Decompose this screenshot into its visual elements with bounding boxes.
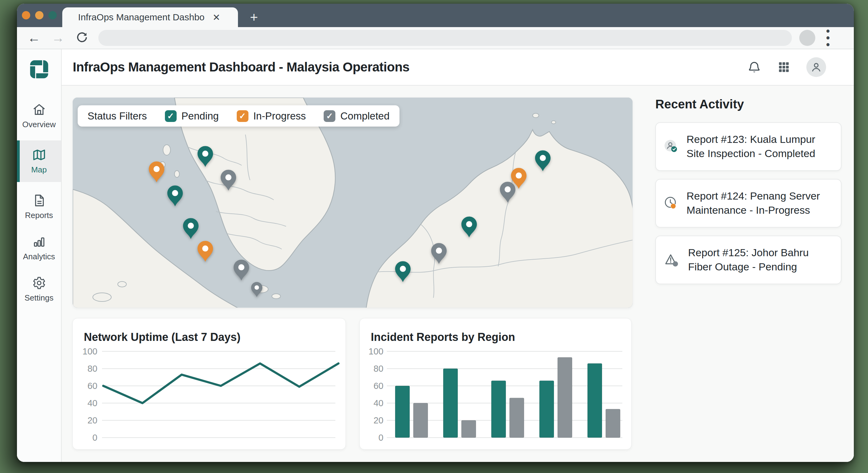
svg-text:60: 60 (88, 381, 97, 391)
browser-tabstrip: InfraOps Management Dashbo ✕ + (17, 4, 854, 27)
activity-text: Report #125: Johor Bahru Fiber Outage - … (688, 246, 833, 274)
gear-icon (32, 276, 46, 290)
tab-close-icon[interactable]: ✕ (211, 12, 222, 23)
recent-activity-list: Report #123: Kuala Lumpur Site Inspectio… (655, 122, 841, 284)
address-bar[interactable] (98, 30, 792, 46)
apps-grid-icon[interactable] (777, 61, 790, 74)
bell-icon[interactable] (747, 60, 761, 74)
new-tab-button[interactable]: + (250, 8, 258, 27)
activity-card[interactable]: Report #124: Penang Server Maintenance -… (655, 179, 841, 228)
map-pin-pending[interactable] (394, 261, 412, 284)
activity-card[interactable]: Report #123: Kuala Lumpur Site Inspectio… (655, 122, 841, 171)
checkbox-completed[interactable]: ✓ (324, 110, 335, 122)
sidebar-item-settings[interactable]: Settings (17, 273, 61, 306)
map-pin-completed[interactable] (219, 169, 237, 193)
sidebar-item-overview[interactable]: Overview (17, 99, 61, 132)
svg-text:60: 60 (374, 381, 383, 391)
bar-chart: 020406080100 (360, 318, 632, 450)
recent-activity-panel: Recent Activity Report #123: Kuala Lumpu… (655, 97, 841, 284)
page-header: InfraOps Management Dashboard - Malaysia… (62, 49, 854, 86)
sidebar-nav: OverviewMapReportsAnalyticsSettings (17, 99, 61, 314)
status-filter-bar: Status Filters ✓Pending✓In-Progress✓Comp… (78, 105, 400, 127)
browser-window: InfraOps Management Dashbo ✕ + ← → ••• (17, 4, 854, 462)
activity-card[interactable]: Report #125: Johor Bahru Fiber Outage - … (655, 236, 841, 284)
bar-chart-icon (32, 235, 46, 249)
browser-menu-icon[interactable]: ••• (823, 28, 833, 48)
user-avatar[interactable] (806, 57, 826, 77)
map-canvas[interactable]: Status Filters ✓Pending✓In-Progress✓Comp… (72, 97, 633, 308)
map-pin-pending[interactable] (166, 185, 184, 208)
svg-text:100: 100 (369, 346, 383, 356)
svg-text:80: 80 (374, 364, 383, 374)
user-check-icon (664, 134, 678, 160)
filter-option-in-progress: ✓In-Progress (237, 110, 306, 122)
page-title: InfraOps Management Dashboard - Malaysia… (73, 60, 409, 74)
svg-text:0: 0 (378, 433, 383, 442)
activity-text: Report #124: Penang Server Maintenance -… (686, 189, 833, 217)
home-icon (32, 103, 46, 117)
browser-tab[interactable]: InfraOps Management Dashbo ✕ (62, 7, 238, 27)
svg-text:80: 80 (88, 364, 97, 374)
sidebar-item-label: Settings (25, 293, 54, 303)
network-uptime-chart-card: Network Uptime (Last 7 Days) 02040608010… (72, 318, 346, 449)
sidebar-item-reports[interactable]: Reports (17, 190, 61, 223)
filter-option-label: Completed (340, 110, 390, 122)
map-pin-pending[interactable] (182, 217, 200, 241)
filter-option-pending: ✓Pending (165, 110, 219, 122)
svg-text:20: 20 (88, 415, 97, 425)
checkbox-in-progress[interactable]: ✓ (237, 110, 248, 122)
sidebar-item-label: Analytics (23, 252, 55, 262)
sidebar-item-label: Reports (25, 211, 53, 220)
map-pin-completed[interactable] (499, 181, 517, 205)
document-icon (32, 193, 46, 208)
sidebar: OverviewMapReportsAnalyticsSettings (17, 49, 62, 462)
forward-icon[interactable]: → (52, 31, 64, 44)
activity-text: Report #123: Kuala Lumpur Site Inspectio… (686, 132, 833, 161)
browser-profile-avatar[interactable] (799, 30, 815, 46)
map-pin-completed[interactable] (232, 259, 250, 282)
window-zoom-button[interactable] (49, 11, 57, 20)
incident-reports-chart-card: Incident Reports by Region 020406080100 (360, 318, 631, 449)
map-pin-in-progress[interactable] (148, 161, 165, 184)
window-controls (22, 11, 57, 20)
map-pin-in-progress[interactable] (196, 240, 214, 264)
checkbox-pending[interactable]: ✓ (165, 110, 177, 122)
recent-activity-title: Recent Activity (655, 97, 841, 111)
reload-icon[interactable] (75, 31, 89, 45)
tab-title: InfraOps Management Dashbo (78, 12, 204, 23)
back-icon[interactable]: ← (27, 31, 40, 44)
sidebar-item-map[interactable]: Map (17, 140, 61, 182)
map-pin-pending[interactable] (534, 149, 552, 173)
window-minimize-button[interactable] (35, 11, 43, 20)
app-logo-icon (26, 57, 52, 82)
filter-option-label: Pending (182, 110, 219, 122)
svg-text:20: 20 (374, 415, 383, 425)
warning-triangle-icon (664, 247, 680, 273)
filter-option-completed: ✓Completed (324, 110, 390, 122)
map-icon (32, 148, 46, 162)
filter-option-label: In-Progress (253, 110, 306, 122)
line-chart: 020406080100 (73, 318, 346, 450)
sidebar-item-label: Map (31, 165, 47, 175)
browser-toolbar: ← → ••• (17, 27, 854, 49)
app-frame: OverviewMapReportsAnalyticsSettings Infr… (17, 49, 854, 462)
malaysia-map-graphic (73, 98, 633, 308)
map-pin-completed[interactable] (250, 281, 263, 299)
svg-text:40: 40 (374, 398, 383, 408)
svg-text:40: 40 (88, 398, 97, 408)
svg-text:0: 0 (92, 433, 97, 442)
main-column: InfraOps Management Dashboard - Malaysia… (62, 49, 854, 462)
map-pin-completed[interactable] (430, 242, 448, 266)
dashboard-content: Status Filters ✓Pending✓In-Progress✓Comp… (62, 86, 854, 462)
map-pin-pending[interactable] (460, 215, 478, 239)
status-filter-label: Status Filters (88, 110, 147, 122)
window-close-button[interactable] (22, 11, 30, 20)
map-pin-pending[interactable] (196, 145, 214, 169)
clock-icon (664, 190, 678, 216)
status-filter-list: ✓Pending✓In-Progress✓Completed (165, 110, 390, 122)
sidebar-item-analytics[interactable]: Analytics (17, 231, 61, 265)
sidebar-item-label: Overview (22, 120, 56, 129)
svg-text:100: 100 (83, 346, 97, 356)
